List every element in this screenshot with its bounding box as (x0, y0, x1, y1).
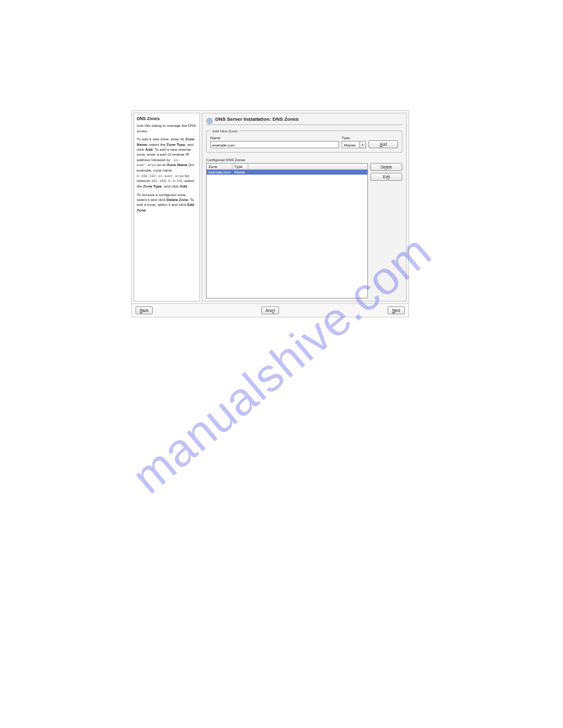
zone-cell: example.com (207, 170, 232, 175)
zone-name-input[interactable] (210, 141, 339, 148)
zones-table-header: Zone Type (207, 164, 367, 170)
abort-button[interactable]: Abort (261, 306, 279, 314)
help-intro: Use this dialog to manage the DNS zones. (137, 123, 197, 134)
zones-table[interactable]: Zone Type example.com Master (206, 163, 368, 298)
help-remove-zone: To remove a configured zone, select it a… (137, 192, 197, 213)
help-panel: DNS Zones Use this dialog to manage the … (134, 113, 200, 301)
add-button[interactable]: Add (369, 140, 398, 148)
configured-zones-label: Configured DNS Zones (206, 157, 402, 162)
zones-side-buttons: Delete Edit (370, 163, 402, 298)
two-column-layout: DNS Zones Use this dialog to manage the … (132, 111, 408, 303)
title-row: DNS Server Installation: DNS Zones (206, 116, 402, 125)
page-title: DNS Server Installation: DNS Zones (215, 116, 299, 122)
add-new-zone-legend: Add New Zone (210, 129, 239, 133)
zones-col-type[interactable]: Type (232, 164, 248, 169)
next-button[interactable]: Next (388, 306, 405, 314)
delete-button[interactable]: Delete (370, 163, 402, 171)
type-cell: Master (232, 170, 247, 175)
configured-zones-area: Zone Type example.com Master Delete (206, 163, 402, 298)
edit-button[interactable]: Edit (370, 173, 402, 181)
type-select-value: Master (342, 141, 360, 148)
type-select[interactable]: Master ▾ (342, 141, 366, 148)
zones-col-zone[interactable]: Zone (207, 164, 232, 169)
footer-bar: Back Abort Next (132, 303, 408, 317)
add-new-zone-group: Add New Zone Name Type Master ▾ (206, 129, 402, 153)
help-add-zone: To add a new zone, enter its Zone Name, … (137, 137, 197, 189)
back-button[interactable]: Back (136, 306, 153, 314)
name-label: Name (210, 135, 339, 140)
chevron-down-icon[interactable]: ▾ (360, 141, 366, 148)
table-row[interactable]: example.com Master (207, 170, 367, 175)
yast-dns-window: DNS Zones Use this dialog to manage the … (131, 110, 409, 317)
help-title: DNS Zones (137, 116, 197, 121)
globe-icon (206, 116, 213, 123)
zones-table-body: example.com Master (207, 170, 367, 175)
main-panel: DNS Server Installation: DNS Zones Add N… (202, 113, 407, 301)
type-label: Type (342, 135, 366, 140)
